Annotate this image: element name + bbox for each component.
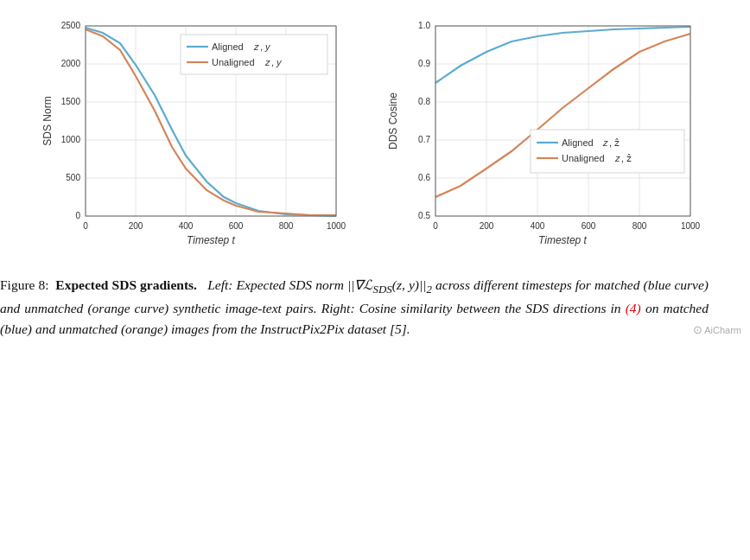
svg-text:800: 800 [632,221,647,231]
svg-text:, ẑ: , ẑ [609,137,620,148]
svg-text:0: 0 [433,221,438,231]
page-wrap: 0 500 1000 1500 2000 2500 0 200 400 600 … [0,17,750,340]
svg-text:z: z [614,153,620,163]
svg-rect-66 [531,130,684,173]
svg-text:400: 400 [179,221,194,231]
svg-text:z: z [602,137,608,148]
svg-text:500: 500 [66,173,80,182]
svg-text:600: 600 [582,221,596,231]
svg-text:200: 200 [129,221,143,231]
svg-text:z: z [253,41,259,52]
charts-row: 0 500 1000 1500 2000 2500 0 200 400 600 … [0,17,750,259]
svg-text:,: , [271,57,274,67]
svg-text:0.7: 0.7 [418,135,430,144]
figure-caption: Figure 8: Expected SDS gradients. Left: … [0,275,709,340]
svg-text:1000: 1000 [327,221,346,231]
svg-text:SDS Norm: SDS Norm [42,96,54,145]
watermark-icon: ⊙ [693,323,702,336]
svg-text:1500: 1500 [61,97,81,106]
svg-text:1000: 1000 [681,221,701,231]
right-label: Right: [321,301,355,315]
left-chart-container: 0 500 1000 1500 2000 2500 0 200 400 600 … [42,17,362,259]
svg-text:Aligned: Aligned [212,41,244,52]
svg-text:Timestep t: Timestep t [538,234,588,246]
svg-text:400: 400 [531,221,545,231]
svg-text:Unaligned: Unaligned [212,57,255,67]
watermark: ⊙ AiCharm [693,323,741,336]
svg-text:0.6: 0.6 [418,173,430,182]
right-chart-container: 1.0 0.9 0.8 0.7 0.6 0.5 0 200 400 600 80… [388,17,708,259]
svg-text:Unaligned: Unaligned [562,153,605,163]
svg-rect-39 [435,26,690,216]
svg-text:1.0: 1.0 [418,21,430,30]
svg-rect-27 [181,35,327,74]
svg-text:,: , [260,41,263,52]
svg-text:1000: 1000 [61,135,81,144]
svg-text:DDS Cosine: DDS Cosine [388,92,399,150]
svg-text:0: 0 [83,221,88,231]
svg-text:0.9: 0.9 [418,59,430,68]
watermark-text: AiCharm [704,325,741,335]
right-chart-svg: 1.0 0.9 0.8 0.7 0.6 0.5 0 200 400 600 80… [388,17,708,259]
svg-text:800: 800 [279,221,294,231]
figure-number: Figure 8: [0,277,49,292]
svg-text:2500: 2500 [61,21,81,30]
svg-text:Aligned: Aligned [562,137,594,148]
left-chart-svg: 0 500 1000 1500 2000 2500 0 200 400 600 … [42,17,362,259]
left-label: Left: [207,277,232,292]
svg-text:2000: 2000 [61,59,81,68]
svg-text:z: z [264,57,270,67]
figure-bold-title: Expected SDS gradients. [55,277,197,292]
svg-text:0.8: 0.8 [418,97,430,106]
svg-text:, ẑ: , ẑ [621,153,632,163]
svg-text:0.5: 0.5 [418,211,430,220]
svg-text:600: 600 [229,221,244,231]
svg-text:Timestep t: Timestep t [187,234,236,246]
svg-text:0: 0 [75,211,80,220]
svg-text:200: 200 [480,221,494,231]
